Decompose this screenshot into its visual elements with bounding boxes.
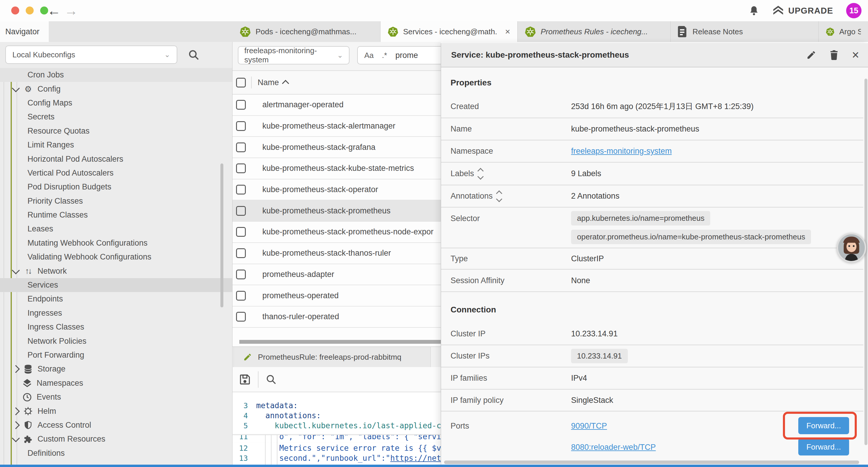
notification-count-badge[interactable]: 15: [846, 3, 862, 18]
sidebar-item-definitions[interactable]: Definitions: [0, 446, 232, 460]
port-link-8080[interactable]: 8080:reloader-web/TCP: [571, 443, 656, 451]
row-checkbox[interactable]: [236, 206, 246, 216]
upgrade-button[interactable]: UPGRADE: [772, 5, 833, 16]
save-icon[interactable]: [239, 374, 251, 385]
sidebar-item-namespaces[interactable]: Namespaces: [0, 376, 232, 390]
table-row[interactable]: kube-prometheus-stack-operator: [232, 179, 441, 201]
sidebar-item-secrets[interactable]: Secrets: [0, 110, 232, 124]
table-row[interactable]: kube-prometheus-stack-grafana: [232, 137, 441, 158]
sidebar-item-pod-disruption-budgets[interactable]: Pod Disruption Budgets: [0, 180, 232, 194]
table-row[interactable]: kube-prometheus-stack-prometheus-node-ex…: [232, 222, 441, 243]
namespace-link[interactable]: freeleaps-monitoring-system: [571, 147, 672, 155]
dock-tab-prometheusrule[interactable]: PrometheusRule: freeleaps-prod-rabbitmq: [234, 347, 431, 367]
row-checkbox[interactable]: [236, 143, 246, 152]
row-checkbox[interactable]: [236, 100, 246, 110]
list-horizontal-scrollbar[interactable]: [239, 340, 441, 344]
tab-pods[interactable]: Pods - icecheng@mathmas...: [232, 21, 380, 42]
sidebar-item-validating-webhook-configurations[interactable]: Validating Webhook Configurations: [0, 250, 232, 264]
navigator-tree: Cron Jobs ⚙ Config Config Maps Secrets R…: [0, 68, 232, 465]
sidebar-item-resource-quotas[interactable]: Resource Quotas: [0, 124, 232, 138]
sidebar-item-port-forwarding[interactable]: Port Forwarding: [0, 348, 232, 362]
table-row[interactable]: prometheus-operated: [232, 285, 441, 307]
name-column-header[interactable]: Name: [258, 78, 288, 87]
row-checkbox[interactable]: [236, 185, 246, 195]
row-checkbox[interactable]: [236, 291, 246, 300]
namespace-selector[interactable]: freeleaps-monitoring-system ⌄: [238, 46, 349, 64]
table-row[interactable]: kube-prometheus-stack-kube-state-metrics: [232, 158, 441, 179]
selector-chip: app.kubernetes.io/name=prometheus: [571, 211, 710, 226]
sidebar-scrollbar[interactable]: [220, 164, 223, 308]
yaml-editor[interactable]: 3 metadata: 4 annotations: 5 kubectl.kub…: [232, 393, 441, 465]
tab-release-notes[interactable]: Release Notes: [671, 21, 819, 42]
table-row[interactable]: prometheus-adapter: [232, 264, 441, 286]
sidebar-item-priority-classes[interactable]: Priority Classes: [0, 194, 232, 208]
editor-search-icon[interactable]: [266, 374, 277, 385]
expand-toggle-icon[interactable]: [497, 191, 501, 201]
table-row-selected[interactable]: kube-prometheus-stack-prometheus: [232, 200, 441, 222]
table-row[interactable]: kube-prometheus-stack-thanos-ruler: [232, 243, 441, 264]
row-checkbox[interactable]: [236, 164, 246, 173]
runbook-url-link[interactable]: https://net: [390, 454, 441, 463]
sidebar-item-network-policies[interactable]: Network Policies: [0, 334, 232, 348]
sidebar-item-runtime-classes[interactable]: Runtime Classes: [0, 208, 232, 222]
table-row[interactable]: thanos-ruler-operated: [232, 307, 441, 328]
chevron-down-icon: [12, 266, 20, 274]
close-details-icon[interactable]: ×: [852, 49, 859, 61]
row-checkbox[interactable]: [236, 269, 246, 279]
close-window-button[interactable]: [11, 6, 19, 14]
list-search-input[interactable]: Aa .* prome: [357, 46, 441, 64]
sidebar-item-access-control[interactable]: Access Control: [0, 418, 232, 432]
row-checkbox[interactable]: [236, 248, 246, 258]
delete-trash-icon[interactable]: [829, 50, 839, 60]
tab-services[interactable]: Services - icecheng@math... ×: [380, 21, 518, 42]
port-link-9090[interactable]: 9090/TCP: [571, 421, 607, 430]
match-case-icon[interactable]: Aa: [364, 51, 374, 60]
table-row[interactable]: alertmanager-operated: [232, 95, 441, 116]
sidebar-item-services[interactable]: Services: [0, 278, 232, 292]
row-checkbox[interactable]: [236, 227, 246, 237]
sidebar-item-horizontal-pod-autoscalers[interactable]: Horizontal Pod Autoscalers: [0, 152, 232, 166]
forward-arrow-icon[interactable]: →: [64, 2, 78, 20]
kubeconfig-selector[interactable]: Local Kubeconfigs ⌄: [5, 46, 177, 64]
expand-toggle-icon[interactable]: [478, 169, 483, 179]
shield-icon: [23, 420, 33, 430]
row-checkbox[interactable]: [236, 121, 246, 131]
sidebar-item-endpoints[interactable]: Endpoints: [0, 292, 232, 306]
back-arrow-icon[interactable]: ←: [47, 2, 61, 20]
clock-icon: [22, 393, 32, 402]
details-horizontal-scrollbar[interactable]: [444, 461, 859, 464]
sidebar-item-custom-resources[interactable]: Custom Resources: [0, 432, 232, 446]
sidebar-search-icon[interactable]: [188, 49, 200, 61]
navigator-panel-tab[interactable]: Navigator: [0, 21, 49, 42]
regex-icon[interactable]: .*: [382, 51, 387, 60]
details-vertical-scrollbar[interactable]: [864, 79, 867, 445]
sidebar-item-cron-jobs[interactable]: Cron Jobs: [0, 68, 232, 82]
sidebar-item-mutating-webhook-configurations[interactable]: Mutating Webhook Configurations: [0, 236, 232, 250]
minimize-window-button[interactable]: [26, 6, 34, 14]
sidebar-item-leases[interactable]: Leases: [0, 222, 232, 236]
select-all-checkbox[interactable]: [236, 78, 246, 87]
sidebar-item-limit-ranges[interactable]: Limit Ranges: [0, 138, 232, 152]
avatar[interactable]: [837, 233, 866, 262]
sidebar-item-ingress-classes[interactable]: Ingress Classes: [0, 320, 232, 334]
row-checkbox[interactable]: [236, 312, 246, 322]
maximize-window-button[interactable]: [40, 6, 48, 14]
notifications-bell-icon[interactable]: [749, 5, 759, 16]
sidebar-item-vertical-pod-autoscalers[interactable]: Vertical Pod Autoscalers: [0, 166, 232, 180]
table-row[interactable]: kube-prometheus-stack-alertmanager: [232, 116, 441, 137]
kubernetes-icon: [525, 26, 536, 37]
close-tab-icon[interactable]: ×: [505, 27, 510, 37]
sidebar-item-config[interactable]: ⚙ Config: [0, 82, 232, 96]
sidebar-item-events[interactable]: Events: [0, 390, 232, 404]
sidebar-item-helm[interactable]: Helm: [0, 404, 232, 418]
tab-prometheus-rules[interactable]: Prometheus Rules - icecheng...: [518, 21, 671, 42]
tab-argo[interactable]: Argo Se: [819, 21, 868, 42]
sidebar-item-ingresses[interactable]: Ingresses: [0, 306, 232, 320]
chevron-right-icon: [12, 365, 20, 373]
forward-button-8080[interactable]: Forward...: [798, 438, 849, 456]
sidebar-item-network[interactable]: ↑↓ Network: [0, 264, 232, 278]
edit-icon[interactable]: [806, 50, 816, 60]
sidebar-item-storage[interactable]: Storage: [0, 362, 232, 376]
sidebar-item-config-maps[interactable]: Config Maps: [0, 96, 232, 110]
dock-tab-partial[interactable]: [436, 347, 441, 367]
